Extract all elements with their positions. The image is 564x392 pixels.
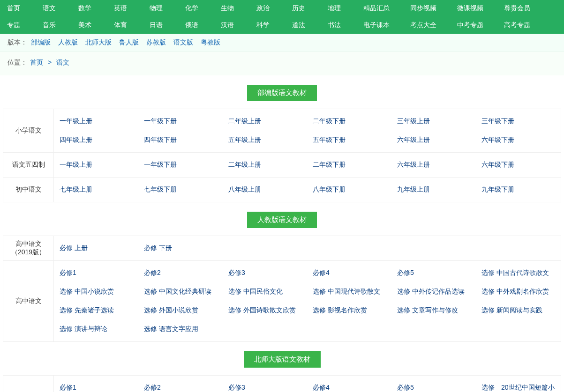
row-label: 初中语文	[3, 178, 54, 202]
textbook-link[interactable]: 一年级下册	[144, 161, 177, 168]
textbook-link[interactable]: 必修3	[228, 269, 245, 276]
textbook-link[interactable]: 选修 外国小说欣赏	[144, 306, 198, 314]
nav-link[interactable]: 高考专题	[504, 21, 530, 29]
textbook-link[interactable]: 选修 中国小说欣赏	[60, 288, 114, 295]
section-title: 部编版语文教材	[247, 85, 317, 101]
textbook-link[interactable]: 必修 上册	[60, 244, 88, 251]
nav-link[interactable]: 体育	[114, 21, 127, 29]
textbook-link[interactable]: 必修5	[397, 269, 414, 276]
nav-link[interactable]: 汉语	[221, 21, 234, 29]
breadcrumb-link[interactable]: 首页	[30, 59, 43, 66]
textbook-link[interactable]: 七年级上册	[60, 185, 92, 193]
breadcrumb-link[interactable]: 语文	[56, 59, 69, 66]
textbook-link[interactable]: 五年级下册	[313, 136, 346, 143]
nav-link[interactable]: 日语	[150, 21, 163, 29]
nav-link[interactable]: 美术	[78, 21, 91, 29]
textbook-link[interactable]: 一年级上册	[60, 117, 92, 125]
textbook-link[interactable]: 九年级下册	[481, 185, 514, 193]
textbook-link[interactable]: 必修4	[313, 384, 330, 391]
nav-link[interactable]: 俄语	[185, 21, 198, 29]
nav-link[interactable]: 语文	[43, 4, 56, 12]
version-filter-link[interactable]: 部编版	[31, 38, 51, 46]
nav-link[interactable]: 电子课本	[363, 21, 390, 29]
textbook-link[interactable]: 必修2	[144, 384, 161, 391]
textbook-link[interactable]: 选修 语言文字应用	[144, 325, 198, 333]
nav-link[interactable]: 专题	[7, 21, 20, 29]
textbook-link[interactable]: 必修1	[60, 384, 76, 391]
nav-link[interactable]: 微课视频	[457, 4, 483, 12]
nav-link[interactable]: 英语	[114, 4, 127, 12]
nav-link[interactable]: 科学	[256, 21, 270, 29]
nav-link[interactable]: 生物	[221, 4, 234, 12]
textbook-link[interactable]: 必修3	[228, 384, 245, 391]
textbook-link[interactable]: 二年级上册	[228, 161, 261, 168]
textbook-link[interactable]: 选修 先秦诸子选读	[60, 306, 114, 314]
textbook-link[interactable]: 选修 中外戏剧名作欣赏	[481, 288, 549, 295]
version-filter-label: 版本：	[8, 38, 27, 46]
textbook-link[interactable]: 选修 中外传记作品选读	[397, 288, 465, 295]
nav-link[interactable]: 地理	[328, 4, 341, 12]
nav-link[interactable]: 同步视频	[410, 4, 436, 12]
textbook-link[interactable]: 必修1	[60, 269, 76, 276]
textbook-link[interactable]: 三年级下册	[481, 117, 514, 125]
textbook-section: 人教版语文教材高中语文（2019版）必修 上册必修 下册高中语文必修1必修2必修…	[0, 212, 564, 342]
textbook-link[interactable]: 一年级下册	[144, 117, 177, 125]
breadcrumb: 位置： 首页>语文	[0, 52, 564, 75]
textbook-link[interactable]: 选修 中国古代诗歌散文	[481, 269, 549, 276]
textbook-link[interactable]: 八年级上册	[228, 185, 261, 193]
grid-row: 高中语文必修1必修2必修3必修4必修5选修 中国古代诗歌散文选修 中国小说欣赏选…	[3, 261, 561, 341]
nav-link[interactable]: 首页	[7, 4, 20, 12]
nav-link[interactable]: 化学	[185, 4, 198, 12]
textbook-link[interactable]: 七年级下册	[144, 185, 177, 193]
textbook-link[interactable]: 选修 影视名作欣赏	[313, 306, 367, 314]
textbook-link[interactable]: 选修 中国民俗文化	[228, 288, 283, 295]
nav-link[interactable]: 精品汇总	[363, 4, 390, 12]
row-items: 必修1必修2必修3必修4必修5选修 中国古代诗歌散文选修 中国小说欣赏选修 中国…	[54, 261, 561, 341]
version-filter-link[interactable]: 苏教版	[146, 38, 166, 46]
nav-link[interactable]: 数学	[78, 4, 91, 12]
nav-link[interactable]: 中考专题	[457, 21, 483, 29]
version-filter-link[interactable]: 鲁人版	[119, 38, 139, 46]
nav-link[interactable]: 考点大全	[410, 21, 436, 29]
textbook-link[interactable]: 选修 外国诗歌散文欣赏	[228, 306, 296, 314]
section-grid: 高中语文必修1必修2必修3必修4必修5选修 20世纪中国短篇小选修 《红楼梦》选…	[3, 375, 561, 392]
row-items: 一年级上册一年级下册二年级上册二年级下册六年级上册六年级下册	[54, 153, 561, 177]
textbook-link[interactable]: 五年级上册	[228, 136, 261, 143]
nav-link[interactable]: 尊贵会员	[504, 4, 530, 12]
version-filter-link[interactable]: 北师大版	[85, 38, 112, 46]
textbook-link[interactable]: 二年级下册	[313, 117, 346, 125]
textbook-link[interactable]: 四年级上册	[60, 136, 92, 143]
textbook-link[interactable]: 选修 演讲与辩论	[60, 325, 107, 333]
nav-link[interactable]: 道法	[292, 21, 305, 29]
textbook-link[interactable]: 选修 中国现代诗歌散文	[313, 288, 380, 295]
nav-link[interactable]: 政治	[256, 4, 270, 12]
textbook-link[interactable]: 二年级下册	[313, 161, 346, 168]
textbook-link[interactable]: 三年级上册	[397, 117, 430, 125]
textbook-link[interactable]: 四年级下册	[144, 136, 177, 143]
textbook-link[interactable]: 一年级上册	[60, 161, 92, 168]
textbook-link[interactable]: 六年级下册	[481, 136, 514, 143]
textbook-link[interactable]: 必修2	[144, 269, 161, 276]
textbook-link[interactable]: 选修 新闻阅读与实践	[481, 306, 542, 314]
version-filter-link[interactable]: 粤教版	[201, 38, 220, 46]
textbook-link[interactable]: 八年级下册	[313, 185, 346, 193]
textbook-link[interactable]: 六年级上册	[397, 136, 430, 143]
nav-link[interactable]: 书法	[328, 21, 341, 29]
textbook-link[interactable]: 必修5	[397, 384, 414, 391]
textbook-link[interactable]: 二年级上册	[228, 117, 261, 125]
textbook-link[interactable]: 必修 下册	[144, 244, 172, 251]
textbook-section: 部编版语文教材小学语文一年级上册一年级下册二年级上册二年级下册三年级上册三年级下…	[0, 85, 564, 202]
textbook-link[interactable]: 六年级上册	[397, 161, 430, 168]
version-filter-link[interactable]: 语文版	[173, 38, 193, 46]
textbook-link[interactable]: 选修 文章写作与修改	[397, 306, 458, 314]
nav-link[interactable]: 音乐	[43, 21, 56, 29]
nav-link[interactable]: 历史	[292, 4, 305, 12]
textbook-link[interactable]: 选修 中国文化经典研读	[144, 288, 211, 295]
nav-link[interactable]: 物理	[150, 4, 163, 12]
version-filter-link[interactable]: 人教版	[58, 38, 78, 46]
textbook-link[interactable]: 必修4	[313, 269, 330, 276]
row-items: 七年级上册七年级下册八年级上册八年级下册九年级上册九年级下册	[54, 178, 561, 202]
textbook-link[interactable]: 选修 20世纪中国短篇小	[481, 384, 555, 391]
textbook-link[interactable]: 九年级上册	[397, 185, 430, 193]
textbook-link[interactable]: 六年级下册	[481, 161, 514, 168]
